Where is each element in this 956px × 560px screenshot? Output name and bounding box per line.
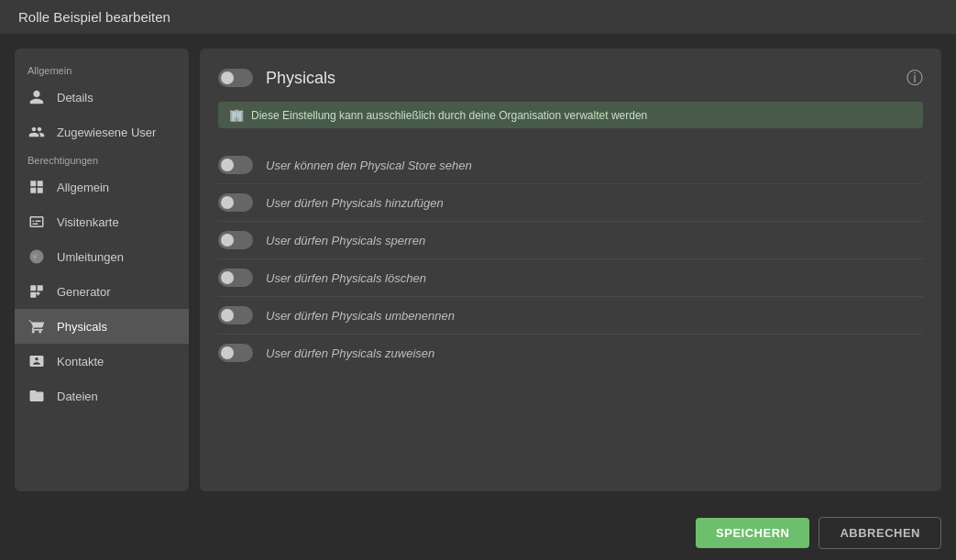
permission-label-add: User dürfen Physicals hinzufügen — [266, 196, 444, 210]
cart-icon — [27, 317, 46, 335]
right-panel: Physicals ⓘ 🏢 Diese Einstellung kann aus… — [200, 49, 941, 491]
title-bar: Rolle Beispiel bearbeiten — [0, 0, 956, 34]
svg-text:⑂: ⑂ — [32, 252, 38, 262]
sidebar-details-label: Details — [57, 91, 93, 104]
card-icon — [27, 213, 46, 231]
info-banner-icon: 🏢 — [229, 108, 244, 122]
permission-label-assign: User dürfen Physicals zuweisen — [266, 346, 434, 360]
footer: SPEICHERN ABBRECHEN — [0, 506, 956, 560]
sidebar-item-dateien[interactable]: Dateien — [15, 379, 189, 413]
sidebar-section-berechtigungen: Berechtigungen — [15, 149, 189, 170]
permission-label-lock: User dürfen Physicals sperren — [266, 234, 425, 247]
sidebar-item-generator[interactable]: Generator — [15, 274, 189, 309]
permission-row-see-store: User können den Physical Store sehen — [218, 147, 923, 184]
physicals-main-toggle-slider — [218, 69, 253, 87]
physicals-main-toggle[interactable] — [218, 69, 253, 87]
toggle-slider-assign — [218, 344, 253, 362]
group-icon — [27, 123, 46, 141]
toggle-assign[interactable] — [218, 344, 253, 362]
toggle-slider-add — [218, 193, 253, 212]
toggle-slider-delete — [218, 269, 253, 287]
sidebar-item-kontakte[interactable]: Kontakte — [15, 344, 189, 379]
permission-row-lock: User dürfen Physicals sperren — [218, 222, 923, 259]
help-icon[interactable]: ⓘ — [907, 67, 923, 89]
sidebar-item-umleitungen[interactable]: ⑂ Umleitungen — [15, 239, 189, 274]
sidebar-dateien-label: Dateien — [57, 390, 98, 403]
folder-icon — [27, 387, 46, 405]
permission-row-assign: User dürfen Physicals zuweisen — [218, 335, 923, 371]
sidebar-item-visitenkarte[interactable]: Visitenkarte — [15, 204, 189, 239]
account-circle-icon — [27, 88, 46, 106]
toggle-lock[interactable] — [218, 231, 253, 249]
panel-title: Physicals — [266, 69, 335, 88]
sidebar-physicals-label: Physicals — [57, 320, 107, 334]
main-content: Allgemein Details Zugewiesene User Berec… — [0, 34, 956, 506]
sidebar-item-zugewiesene-user[interactable]: Zugewiesene User — [15, 115, 189, 149]
info-banner: 🏢 Diese Einstellung kann ausschließlich … — [218, 102, 923, 128]
sidebar-item-physicals[interactable]: Physicals — [15, 309, 189, 344]
permission-row-delete: User dürfen Physicals löschen — [218, 259, 923, 297]
sidebar-item-details[interactable]: Details — [15, 80, 189, 115]
fork-icon: ⑂ — [27, 247, 46, 266]
permission-row-rename: User dürfen Physicals umbenennen — [218, 297, 923, 335]
sidebar-generator-label: Generator — [57, 285, 111, 299]
permission-label-delete: User dürfen Physicals löschen — [266, 271, 426, 285]
toggle-slider-see-store — [218, 156, 253, 174]
panel-header: Physicals ⓘ — [218, 67, 923, 89]
sidebar-zugewiesene-label: Zugewiesene User — [57, 126, 156, 139]
toggle-slider-rename — [218, 306, 253, 324]
generator-icon — [27, 282, 46, 301]
toggle-delete[interactable] — [218, 269, 253, 287]
toggle-rename[interactable] — [218, 306, 253, 324]
sidebar: Allgemein Details Zugewiesene User Berec… — [15, 49, 189, 491]
sidebar-allgemein-label: Allgemein — [57, 181, 109, 194]
toggle-see-store[interactable] — [218, 156, 253, 174]
cancel-button[interactable]: ABBRECHEN — [819, 517, 941, 549]
grid-icon — [27, 178, 46, 196]
info-banner-text: Diese Einstellung kann ausschließlich du… — [251, 109, 647, 122]
permission-row-add: User dürfen Physicals hinzufügen — [218, 184, 923, 222]
permission-label-see-store: User können den Physical Store sehen — [266, 159, 472, 172]
permission-label-rename: User dürfen Physicals umbenennen — [266, 309, 455, 323]
permissions-list: User können den Physical Store sehen Use… — [218, 147, 923, 371]
toggle-add[interactable] — [218, 193, 253, 212]
toggle-slider-lock — [218, 231, 253, 249]
save-button[interactable]: SPEICHERN — [696, 518, 809, 548]
page-title: Rolle Beispiel bearbeiten — [18, 9, 170, 25]
contact-icon — [27, 352, 46, 370]
sidebar-kontakte-label: Kontakte — [57, 355, 104, 368]
sidebar-visitenkarte-label: Visitenkarte — [57, 215, 119, 229]
sidebar-section-allgemein: Allgemein — [15, 60, 189, 80]
sidebar-item-allgemein[interactable]: Allgemein — [15, 170, 189, 204]
sidebar-umleitungen-label: Umleitungen — [57, 250, 124, 264]
panel-title-row: Physicals — [218, 69, 335, 88]
